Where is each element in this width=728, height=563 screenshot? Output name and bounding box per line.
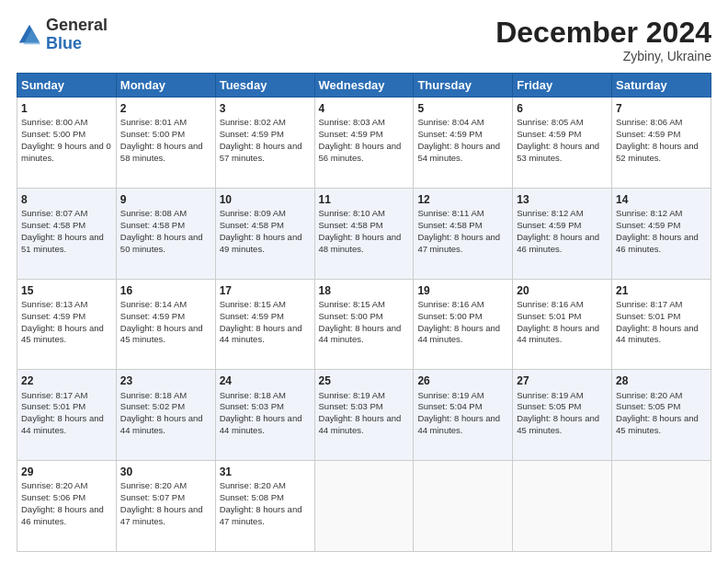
cell-day-25: 25Sunrise: 8:19 AMSunset: 5:03 PMDayligh… <box>314 370 414 461</box>
day-number: 2 <box>120 101 211 116</box>
cell-day-21: 21Sunrise: 8:17 AMSunset: 5:01 PMDayligh… <box>612 279 711 370</box>
day-number: 25 <box>319 373 410 388</box>
day-number: 22 <box>21 373 112 388</box>
cell-day-17: 17Sunrise: 8:15 AMSunset: 4:59 PMDayligh… <box>215 279 314 370</box>
col-wednesday: Wednesday <box>314 74 414 98</box>
cell-day-4: 4Sunrise: 8:03 AMSunset: 4:59 PMDaylight… <box>314 98 414 189</box>
day-number: 13 <box>517 192 608 207</box>
col-sunday: Sunday <box>17 74 117 98</box>
cell-day-9: 9Sunrise: 8:08 AMSunset: 4:58 PMDaylight… <box>116 188 215 279</box>
day-number: 5 <box>417 101 508 116</box>
cell-day-29: 29Sunrise: 8:20 AMSunset: 5:06 PMDayligh… <box>17 461 117 552</box>
table-row: 1Sunrise: 8:00 AMSunset: 5:00 PMDaylight… <box>17 98 711 189</box>
empty-cell <box>612 461 711 552</box>
cell-day-31: 31Sunrise: 8:20 AMSunset: 5:08 PMDayligh… <box>215 461 314 552</box>
cell-day-3: 3Sunrise: 8:02 AMSunset: 4:59 PMDaylight… <box>215 98 314 189</box>
day-number: 8 <box>21 192 112 207</box>
day-number: 16 <box>120 283 211 298</box>
cell-day-2: 2Sunrise: 8:01 AMSunset: 5:00 PMDaylight… <box>116 98 215 189</box>
cell-day-14: 14Sunrise: 8:12 AMSunset: 4:59 PMDayligh… <box>612 188 711 279</box>
cell-day-1: 1Sunrise: 8:00 AMSunset: 5:00 PMDaylight… <box>17 98 117 189</box>
cell-day-24: 24Sunrise: 8:18 AMSunset: 5:03 PMDayligh… <box>215 370 314 461</box>
month-title: December 2024 <box>495 17 711 49</box>
day-number: 1 <box>21 101 112 116</box>
cell-day-12: 12Sunrise: 8:11 AMSunset: 4:58 PMDayligh… <box>414 188 513 279</box>
logo: General Blue <box>17 17 108 53</box>
day-number: 18 <box>319 283 410 298</box>
cell-day-18: 18Sunrise: 8:15 AMSunset: 5:00 PMDayligh… <box>314 279 414 370</box>
day-number: 12 <box>417 192 508 207</box>
col-thursday: Thursday <box>414 74 513 98</box>
calendar-table: Sunday Monday Tuesday Wednesday Thursday… <box>17 73 711 552</box>
col-monday: Monday <box>116 74 215 98</box>
day-number: 29 <box>21 465 112 479</box>
day-number: 31 <box>220 465 311 479</box>
cell-day-26: 26Sunrise: 8:19 AMSunset: 5:04 PMDayligh… <box>414 370 513 461</box>
logo-general-text: General <box>46 16 108 34</box>
col-friday: Friday <box>513 74 612 98</box>
day-number: 14 <box>616 192 707 207</box>
subtitle: Zybiny, Ukraine <box>495 49 711 63</box>
header: General Blue December 2024 Zybiny, Ukrai… <box>17 17 711 63</box>
col-tuesday: Tuesday <box>215 74 314 98</box>
table-row: 8Sunrise: 8:07 AMSunset: 4:58 PMDaylight… <box>17 188 711 279</box>
day-number: 7 <box>616 101 707 116</box>
cell-day-23: 23Sunrise: 8:18 AMSunset: 5:02 PMDayligh… <box>116 370 215 461</box>
day-number: 10 <box>220 192 311 207</box>
day-number: 6 <box>517 101 608 116</box>
day-number: 19 <box>417 283 508 298</box>
table-row: 22Sunrise: 8:17 AMSunset: 5:01 PMDayligh… <box>17 370 711 461</box>
header-row: Sunday Monday Tuesday Wednesday Thursday… <box>17 74 711 98</box>
table-row: 29Sunrise: 8:20 AMSunset: 5:06 PMDayligh… <box>17 461 711 552</box>
cell-day-5: 5Sunrise: 8:04 AMSunset: 4:59 PMDaylight… <box>414 98 513 189</box>
cell-day-11: 11Sunrise: 8:10 AMSunset: 4:58 PMDayligh… <box>314 188 414 279</box>
cell-day-22: 22Sunrise: 8:17 AMSunset: 5:01 PMDayligh… <box>17 370 117 461</box>
cell-day-16: 16Sunrise: 8:14 AMSunset: 4:59 PMDayligh… <box>116 279 215 370</box>
day-number: 30 <box>120 465 211 479</box>
cell-day-30: 30Sunrise: 8:20 AMSunset: 5:07 PMDayligh… <box>116 461 215 552</box>
cell-day-8: 8Sunrise: 8:07 AMSunset: 4:58 PMDaylight… <box>17 188 117 279</box>
day-number: 24 <box>220 373 311 388</box>
table-row: 15Sunrise: 8:13 AMSunset: 4:59 PMDayligh… <box>17 279 711 370</box>
day-number: 9 <box>120 192 211 207</box>
cell-day-7: 7Sunrise: 8:06 AMSunset: 4:59 PMDaylight… <box>612 98 711 189</box>
cell-day-20: 20Sunrise: 8:16 AMSunset: 5:01 PMDayligh… <box>513 279 612 370</box>
page: General Blue December 2024 Zybiny, Ukrai… <box>0 0 728 563</box>
empty-cell <box>314 461 414 552</box>
cell-day-15: 15Sunrise: 8:13 AMSunset: 4:59 PMDayligh… <box>17 279 117 370</box>
day-number: 17 <box>220 283 311 298</box>
col-saturday: Saturday <box>612 74 711 98</box>
day-number: 27 <box>517 373 608 388</box>
day-number: 3 <box>220 101 311 116</box>
logo-blue-text: Blue <box>46 34 82 52</box>
day-number: 28 <box>616 373 707 388</box>
day-number: 4 <box>319 101 410 116</box>
cell-day-6: 6Sunrise: 8:05 AMSunset: 4:59 PMDaylight… <box>513 98 612 189</box>
cell-day-19: 19Sunrise: 8:16 AMSunset: 5:00 PMDayligh… <box>414 279 513 370</box>
cell-day-28: 28Sunrise: 8:20 AMSunset: 5:05 PMDayligh… <box>612 370 711 461</box>
empty-cell <box>513 461 612 552</box>
day-number: 21 <box>616 283 707 298</box>
cell-day-13: 13Sunrise: 8:12 AMSunset: 4:59 PMDayligh… <box>513 188 612 279</box>
day-number: 20 <box>517 283 608 298</box>
cell-day-27: 27Sunrise: 8:19 AMSunset: 5:05 PMDayligh… <box>513 370 612 461</box>
day-number: 26 <box>417 373 508 388</box>
day-number: 11 <box>319 192 410 207</box>
day-number: 23 <box>120 373 211 388</box>
day-number: 15 <box>21 283 112 298</box>
title-area: December 2024 Zybiny, Ukraine <box>495 17 711 63</box>
cell-day-10: 10Sunrise: 8:09 AMSunset: 4:58 PMDayligh… <box>215 188 314 279</box>
empty-cell <box>414 461 513 552</box>
logo-icon <box>17 22 42 48</box>
